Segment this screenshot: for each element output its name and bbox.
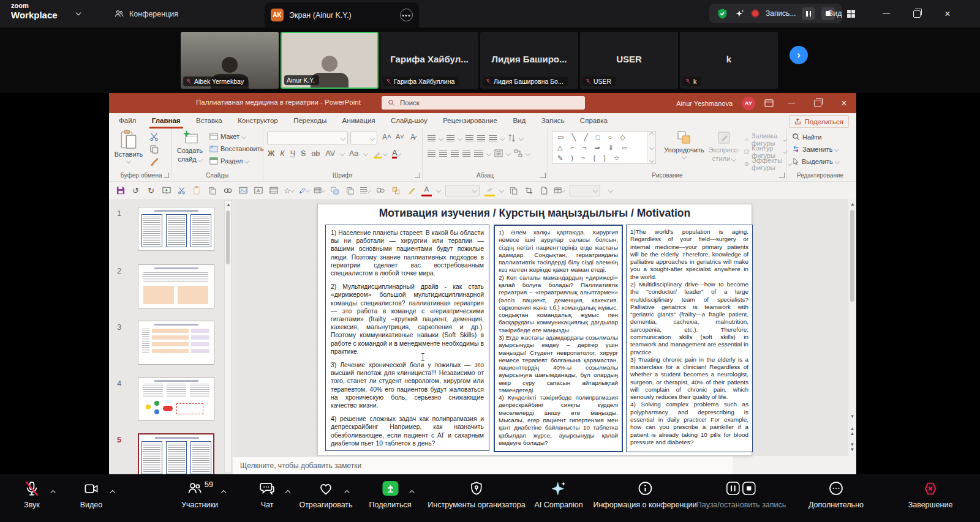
- reset-slide-button[interactable]: Восстановить: [209, 145, 263, 152]
- align-text-icon[interactable]: [494, 149, 503, 157]
- qat-paste-icon[interactable]: [192, 185, 202, 196]
- font-name-select[interactable]: [267, 132, 348, 144]
- shape-effects-button[interactable]: Эффекты фигуры: [744, 157, 791, 171]
- tab-help[interactable]: Справка: [580, 113, 608, 129]
- tab-record[interactable]: Запись: [541, 113, 565, 129]
- tab-transitions[interactable]: Переходы: [293, 113, 326, 129]
- increase-indent-button[interactable]: [477, 135, 485, 141]
- more-button[interactable]: Дополнительно: [809, 480, 864, 509]
- select-button[interactable]: Выделить: [792, 157, 839, 165]
- host-tools-button[interactable]: Инструменты организатора: [428, 480, 525, 509]
- ppt-restore-button[interactable]: [809, 93, 826, 113]
- section-button[interactable]: Раздел: [209, 157, 249, 165]
- audio-button[interactable]: Звук: [24, 480, 40, 509]
- new-slide-button[interactable]: Создать слайд: [173, 130, 207, 163]
- slide-thumbnail-4[interactable]: [138, 377, 214, 421]
- paragraph-dialog-launcher-icon[interactable]: [540, 173, 546, 178]
- security-shield-icon[interactable]: [717, 8, 728, 20]
- qat-new-file-icon[interactable]: [539, 185, 549, 196]
- paste-button[interactable]: Вставить: [114, 130, 143, 163]
- meeting-info-button[interactable]: Информация о конференции: [593, 480, 696, 509]
- text-shadow-button[interactable]: S: [301, 149, 306, 158]
- justify-button[interactable]: [462, 151, 470, 157]
- qat-font-select[interactable]: [445, 185, 480, 196]
- clear-formatting-button[interactable]: A̷: [410, 133, 415, 141]
- line-spacing-button[interactable]: [489, 135, 497, 141]
- slide-editor[interactable]: Мотивация изучения / Курстың маңыздылығы…: [317, 204, 752, 456]
- qat-cut-icon[interactable]: [176, 185, 187, 196]
- quick-styles-button[interactable]: Экспресс- стили: [706, 130, 742, 162]
- qat-highlighter-icon[interactable]: [484, 184, 495, 196]
- qat-overflow-chevron-icon[interactable]: [605, 185, 616, 196]
- find-button[interactable]: Найти: [792, 133, 821, 141]
- clipboard-dialog-launcher-icon[interactable]: [164, 173, 169, 178]
- pause-recording-button[interactable]: [802, 7, 815, 20]
- share-screen-button[interactable]: Поделиться: [369, 480, 411, 509]
- ppt-close-button[interactable]: ×: [835, 93, 853, 113]
- qat-copy-icon[interactable]: [207, 185, 217, 196]
- qat-format-painter-icon[interactable]: [406, 185, 417, 196]
- view-button[interactable]: Вид: [828, 4, 856, 23]
- slide-textbox-russian[interactable]: 1) Население планеты стареет. В какой бы…: [325, 225, 489, 451]
- slide-thumbnail-5-selected[interactable]: [138, 433, 214, 474]
- account-avatar[interactable]: AY: [742, 97, 755, 110]
- tab-slideshow[interactable]: Слайд-шоу: [391, 113, 428, 129]
- qat-copy-style-icon[interactable]: [508, 185, 519, 196]
- qat-header-footer-icon[interactable]: [268, 185, 279, 196]
- slide-area-scrollbar[interactable]: ▲ ▼ ▲▲ ▼▼: [848, 199, 856, 456]
- slide-thumbnail-1[interactable]: [138, 207, 214, 251]
- audio-tile-lidiya[interactable]: Лидия Баширо... Лидия Башировна Бо...: [480, 32, 578, 89]
- qat-duplicate-icon[interactable]: [345, 185, 355, 196]
- qat-textbox-icon[interactable]: A: [253, 185, 263, 196]
- copy-button[interactable]: [149, 144, 159, 156]
- tab-conference[interactable]: Конференция: [105, 0, 187, 28]
- tab-design[interactable]: Конструктор: [238, 113, 278, 129]
- ai-sparkle-icon[interactable]: [734, 9, 745, 19]
- ribbon-display-options-icon[interactable]: [764, 99, 774, 107]
- next-participants-page-button[interactable]: ›: [790, 46, 808, 64]
- video-tile-aibek[interactable]: Aibek Yermekbay: [181, 32, 279, 89]
- layout-button[interactable]: Макет: [209, 133, 246, 140]
- ai-companion-button[interactable]: AI Companion: [534, 480, 582, 509]
- character-spacing-button[interactable]: AV: [325, 149, 335, 158]
- convert-to-smartart-icon[interactable]: [514, 149, 522, 157]
- tab-file[interactable]: Файл: [119, 113, 136, 129]
- qat-screenshot-icon[interactable]: [238, 185, 248, 196]
- pause-stop-recording-button[interactable]: Пауза/остановить запись: [696, 480, 786, 509]
- tab-review[interactable]: Рецензирование: [443, 113, 497, 129]
- scroll-down-arrow-icon[interactable]: ▼: [849, 414, 856, 419]
- decrease-indent-button[interactable]: [466, 135, 473, 141]
- tab-view[interactable]: Вид: [513, 113, 526, 129]
- qat-bullets-icon[interactable]: [360, 185, 371, 196]
- slide-thumbnail-3[interactable]: [138, 321, 214, 365]
- audio-tile-k[interactable]: k k: [680, 32, 778, 89]
- notes-pane[interactable]: Щелкните, чтобы добавить заметки: [233, 456, 733, 474]
- window-close-button[interactable]: ×: [933, 0, 962, 28]
- tab-insert[interactable]: Вставка: [196, 113, 222, 129]
- qat-star-icon[interactable]: ☆: [284, 185, 294, 196]
- underline-button[interactable]: Ч: [290, 149, 295, 158]
- tab-home[interactable]: Главная: [152, 113, 181, 129]
- font-dialog-launcher-icon[interactable]: [415, 173, 420, 178]
- end-meeting-button[interactable]: Завершение: [908, 480, 953, 509]
- align-left-button[interactable]: [428, 151, 435, 157]
- audio-tile-garifa[interactable]: Гарифа Хайбул... Гарифа Хайбуллина: [380, 32, 478, 89]
- format-painter-button[interactable]: [149, 157, 159, 168]
- columns-button[interactable]: [474, 151, 483, 157]
- qat-merge-shapes-icon[interactable]: [391, 185, 401, 196]
- qat-redo-icon[interactable]: ↻: [146, 185, 156, 196]
- numbering-button[interactable]: [447, 135, 454, 141]
- highlight-color-button[interactable]: [374, 149, 382, 158]
- shapes-gallery-scrollbar[interactable]: [647, 132, 655, 163]
- qat-shapes-icon[interactable]: [375, 185, 386, 196]
- video-tile-ainur-active-speaker[interactable]: Ainur K.Y.: [281, 32, 379, 89]
- qat-table-icon[interactable]: [314, 185, 325, 196]
- audio-tile-user[interactable]: USER USER: [580, 32, 678, 89]
- drawing-dialog-launcher-icon[interactable]: [779, 173, 785, 178]
- decrease-font-size-button[interactable]: A˅: [396, 133, 404, 140]
- search-box[interactable]: Поиск: [382, 96, 585, 110]
- qat-crop-icon[interactable]: [524, 185, 534, 196]
- brand-chevron-down-icon[interactable]: [76, 10, 81, 15]
- tab-options-ellipsis-icon[interactable]: •••: [400, 9, 413, 21]
- font-size-select[interactable]: [350, 132, 377, 144]
